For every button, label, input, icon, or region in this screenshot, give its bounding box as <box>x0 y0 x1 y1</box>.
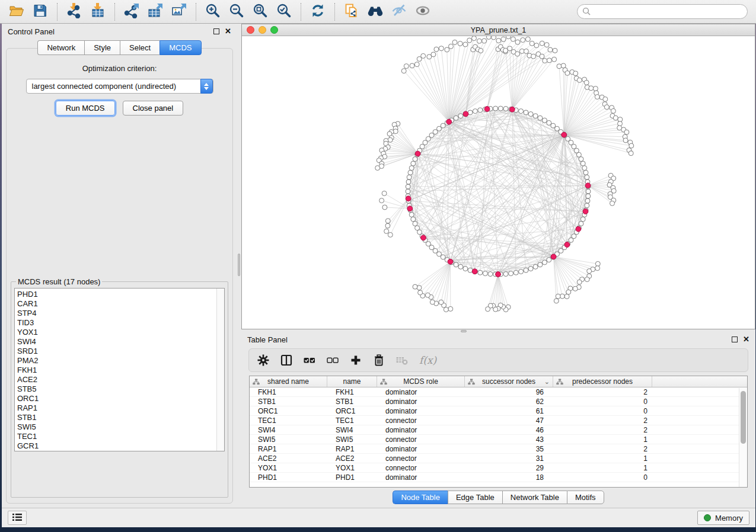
network-node[interactable] <box>577 280 582 284</box>
network-node[interactable] <box>508 46 512 51</box>
network-node[interactable] <box>441 123 445 128</box>
network-node[interactable] <box>585 198 590 203</box>
network-node[interactable] <box>404 64 409 69</box>
network-node[interactable] <box>524 268 528 273</box>
table-row[interactable]: ACE2ACE2connector311 <box>250 454 747 463</box>
network-node[interactable] <box>388 232 393 237</box>
tab-mcds[interactable]: MCDS <box>160 40 201 55</box>
tab-style[interactable]: Style <box>84 40 120 55</box>
network-node[interactable] <box>409 166 414 171</box>
network-node[interactable] <box>528 112 533 117</box>
close-panel-icon[interactable]: ✕ <box>225 28 231 34</box>
network-node[interactable] <box>413 284 417 289</box>
network-node[interactable] <box>513 270 518 275</box>
export-network-button[interactable] <box>120 2 143 21</box>
search-input[interactable] <box>577 4 748 19</box>
zoom-fit-button[interactable] <box>248 2 272 21</box>
network-node[interactable] <box>488 272 493 277</box>
import-table-button[interactable] <box>86 2 110 21</box>
network-node[interactable] <box>595 261 600 266</box>
deselect-all-checks-icon[interactable] <box>327 354 339 366</box>
network-node[interactable] <box>454 116 458 120</box>
export-table-button[interactable] <box>143 2 167 21</box>
network-node[interactable] <box>580 217 585 222</box>
network-node[interactable] <box>425 293 430 297</box>
network-node[interactable] <box>564 294 569 299</box>
close-table-panel-icon[interactable]: ✕ <box>743 336 749 342</box>
network-node[interactable] <box>501 37 506 41</box>
network-node[interactable] <box>401 69 406 73</box>
import-network-button[interactable] <box>62 2 86 21</box>
network-node[interactable] <box>454 262 458 267</box>
table-row[interactable]: FKH1FKH1dominator962 <box>250 387 747 397</box>
network-node[interactable] <box>385 219 390 223</box>
toggle-columns-icon[interactable] <box>280 354 292 366</box>
mcds-result-item[interactable]: FKH1 <box>17 366 224 375</box>
copy-share-button[interactable] <box>340 2 363 21</box>
network-node[interactable] <box>540 41 544 46</box>
network-node[interactable] <box>444 307 448 312</box>
mcds-node[interactable] <box>421 235 426 241</box>
mcds-node[interactable] <box>406 196 411 201</box>
tab-network[interactable]: Network <box>37 40 84 55</box>
network-node[interactable] <box>593 86 598 91</box>
network-node[interactable] <box>434 47 439 52</box>
network-node[interactable] <box>486 307 490 312</box>
network-node[interactable] <box>540 54 544 59</box>
network-node[interactable] <box>421 53 426 58</box>
network-node[interactable] <box>525 37 530 41</box>
network-node[interactable] <box>533 114 538 118</box>
mcds-node[interactable] <box>407 206 413 211</box>
mcds-result-item[interactable]: TID3 <box>17 318 224 328</box>
network-node[interactable] <box>406 180 411 184</box>
network-node[interactable] <box>556 294 560 299</box>
network-node[interactable] <box>519 109 524 114</box>
mcds-result-item[interactable]: PMA2 <box>17 356 224 366</box>
network-node[interactable] <box>445 47 449 52</box>
network-node[interactable] <box>486 36 491 39</box>
network-node[interactable] <box>521 38 525 43</box>
open-session-button[interactable] <box>5 2 28 21</box>
network-node[interactable] <box>603 97 608 101</box>
table-row[interactable]: STB1STB1dominator620 <box>250 397 747 406</box>
network-node[interactable] <box>579 222 583 226</box>
network-node[interactable] <box>613 116 618 120</box>
table-row[interactable]: PHD1PHD1dominator180 <box>250 473 747 482</box>
network-node[interactable] <box>493 106 498 111</box>
network-node[interactable] <box>524 110 528 115</box>
mcds-node[interactable] <box>585 183 591 188</box>
zoom-in-button[interactable] <box>201 2 225 21</box>
delete-column-icon[interactable] <box>373 354 385 366</box>
network-node[interactable] <box>533 264 538 269</box>
mcds-node[interactable] <box>509 107 515 112</box>
close-panel-button[interactable]: Close panel <box>123 101 184 116</box>
network-node[interactable] <box>452 40 457 44</box>
network-node[interactable] <box>463 267 468 271</box>
network-node[interactable] <box>498 106 503 111</box>
network-node[interactable] <box>519 269 524 274</box>
mcds-node[interactable] <box>446 119 452 124</box>
table-scrollbar[interactable] <box>739 388 747 487</box>
tab-node-table[interactable]: Node Table <box>393 491 448 504</box>
network-node[interactable] <box>411 217 416 222</box>
column-header-MCDS-role[interactable]: MCDS role <box>377 376 465 387</box>
window-minimize-icon[interactable] <box>259 26 266 34</box>
network-node[interactable] <box>565 70 570 75</box>
mcds-result-item[interactable]: ACE2 <box>17 375 224 384</box>
network-node[interactable] <box>506 36 511 39</box>
network-node[interactable] <box>478 108 483 113</box>
network-node[interactable] <box>439 300 444 305</box>
mcds-node[interactable] <box>484 107 490 112</box>
network-node[interactable] <box>587 269 592 274</box>
zoom-out-button[interactable] <box>225 2 248 21</box>
network-node[interactable] <box>437 126 442 131</box>
mcds-node[interactable] <box>463 111 468 117</box>
table-row[interactable]: RAP1RAP1dominator352 <box>250 444 747 454</box>
mcds-result-item[interactable]: YOX1 <box>17 328 224 337</box>
network-node[interactable] <box>477 39 481 43</box>
network-canvas[interactable] <box>242 36 755 329</box>
network-node[interactable] <box>413 222 417 226</box>
network-node[interactable] <box>415 226 420 230</box>
network-node[interactable] <box>458 114 463 118</box>
network-node[interactable] <box>579 157 583 162</box>
